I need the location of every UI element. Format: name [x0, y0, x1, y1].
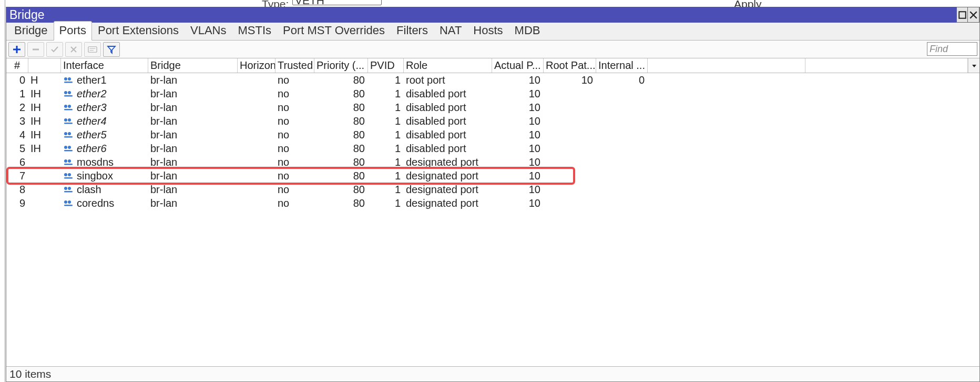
table-row[interactable]: 0Hether1br-lanno801root port10100 — [6, 73, 979, 87]
cell-blank — [648, 196, 979, 210]
svg-point-29 — [68, 146, 71, 149]
svg-point-38 — [68, 187, 71, 190]
grid-body[interactable]: 0Hether1br-lanno801root port101001IHethe… — [6, 73, 979, 367]
cell: coredns — [61, 196, 148, 210]
window-titlebar[interactable]: Bridge — [6, 7, 979, 23]
col-header[interactable]: Internal ... — [596, 58, 648, 73]
tab-ports[interactable]: Ports — [54, 21, 92, 41]
cell: 80 — [314, 169, 368, 183]
table-row[interactable]: 2IHether3br-lanno801disabled port10 — [6, 100, 979, 114]
column-headers[interactable]: #InterfaceBridgeHorizonTrustedPriority (… — [6, 58, 979, 73]
col-header[interactable]: Trusted — [275, 58, 314, 73]
tab-port-extensions[interactable]: Port Extensions — [92, 21, 185, 40]
col-header[interactable]: Horizon — [238, 58, 275, 73]
table-row[interactable]: 7singboxbr-lanno801designated port10 — [6, 169, 979, 183]
tab-filters[interactable]: Filters — [391, 21, 434, 40]
cell: no — [275, 169, 314, 183]
column-chooser-dropdown[interactable] — [968, 58, 979, 73]
svg-rect-15 — [64, 82, 73, 83]
svg-point-41 — [68, 200, 71, 204]
col-header[interactable]: Actual P... — [492, 58, 544, 73]
col-header-blank[interactable] — [805, 58, 968, 73]
svg-rect-42 — [64, 205, 73, 206]
svg-point-13 — [64, 77, 67, 81]
disable-button[interactable] — [65, 42, 82, 57]
cell: no — [275, 87, 314, 100]
col-header[interactable] — [28, 58, 61, 73]
cell: br-lan — [148, 142, 238, 155]
cell-blank — [648, 128, 979, 142]
cell: 5 — [6, 142, 28, 155]
interface-icon — [63, 199, 74, 207]
table-row[interactable]: 1IHether2br-lanno801disabled port10 — [6, 87, 979, 100]
table-row[interactable]: 3IHether4br-lanno801disabled port10 — [6, 114, 979, 128]
cell: designated port — [404, 155, 492, 169]
cell: designated port — [404, 196, 492, 210]
cell — [596, 100, 648, 114]
cell: br-lan — [148, 183, 238, 196]
table-row[interactable]: 6mosdnsbr-lanno801designated port10 — [6, 155, 979, 169]
svg-point-40 — [64, 200, 67, 204]
col-header[interactable]: Interface — [61, 58, 148, 73]
table-row[interactable]: 8clashbr-lanno801designated port10 — [6, 183, 979, 196]
svg-point-26 — [68, 132, 71, 135]
filter-button[interactable] — [103, 42, 120, 57]
col-header[interactable]: Priority (... — [314, 58, 368, 73]
cell: no — [275, 73, 314, 87]
cell: 1 — [6, 87, 28, 100]
col-header[interactable]: Root Pat... — [544, 58, 596, 73]
cell — [28, 155, 61, 169]
table-row[interactable]: 5IHether6br-lanno801disabled port10 — [6, 142, 979, 155]
cell: disabled port — [404, 87, 492, 100]
svg-point-34 — [64, 173, 67, 176]
cell-blank — [648, 114, 979, 128]
cell: ether2 — [61, 87, 148, 100]
col-header[interactable]: PVID — [368, 58, 404, 73]
table-row[interactable]: 4IHether5br-lanno801disabled port10 — [6, 128, 979, 142]
cell-blank — [648, 87, 979, 100]
comment-button[interactable] — [84, 42, 101, 57]
cell: no — [275, 100, 314, 114]
tab-bridge[interactable]: Bridge — [8, 21, 54, 40]
col-header[interactable]: # — [6, 58, 28, 73]
cell — [596, 155, 648, 169]
cell: 1 — [368, 128, 404, 142]
cell — [544, 169, 596, 183]
cell — [238, 73, 275, 87]
cell: designated port — [404, 169, 492, 183]
cell — [238, 87, 275, 100]
tab-nat[interactable]: NAT — [434, 21, 467, 40]
table-row[interactable]: 9corednsbr-lanno801designated port10 — [6, 196, 979, 210]
tab-mstis[interactable]: MSTIs — [232, 21, 278, 40]
svg-rect-21 — [64, 109, 73, 110]
cell: no — [275, 196, 314, 210]
cell — [544, 142, 596, 155]
tab-vlans[interactable]: VLANs — [185, 21, 232, 40]
col-header[interactable]: Role — [404, 58, 492, 73]
add-button[interactable] — [8, 42, 25, 57]
cell: 80 — [314, 183, 368, 196]
tab-hosts[interactable]: Hosts — [467, 21, 508, 40]
cell: designated port — [404, 183, 492, 196]
cell — [596, 196, 648, 210]
cell: ether6 — [61, 142, 148, 155]
col-header-blank[interactable] — [648, 58, 805, 73]
remove-button[interactable] — [27, 42, 44, 57]
cell: ether1 — [61, 73, 148, 87]
tab-port-mst-overrides[interactable]: Port MST Overrides — [277, 21, 391, 40]
cell: no — [275, 142, 314, 155]
cell: 3 — [6, 114, 28, 128]
col-header[interactable]: Bridge — [148, 58, 238, 73]
tab-mdb[interactable]: MDB — [509, 21, 546, 40]
interface-icon — [63, 90, 74, 97]
cell: 80 — [314, 196, 368, 210]
window-maximize-button[interactable] — [956, 7, 968, 23]
cell: IH — [28, 128, 61, 142]
window-close-button[interactable] — [968, 7, 979, 23]
bg-left-sidebar-sliver — [0, 0, 5, 382]
interface-icon — [63, 186, 74, 193]
enable-button[interactable] — [46, 42, 63, 57]
find-input[interactable]: Find — [927, 42, 977, 56]
cell: disabled port — [404, 128, 492, 142]
cell — [596, 169, 648, 183]
